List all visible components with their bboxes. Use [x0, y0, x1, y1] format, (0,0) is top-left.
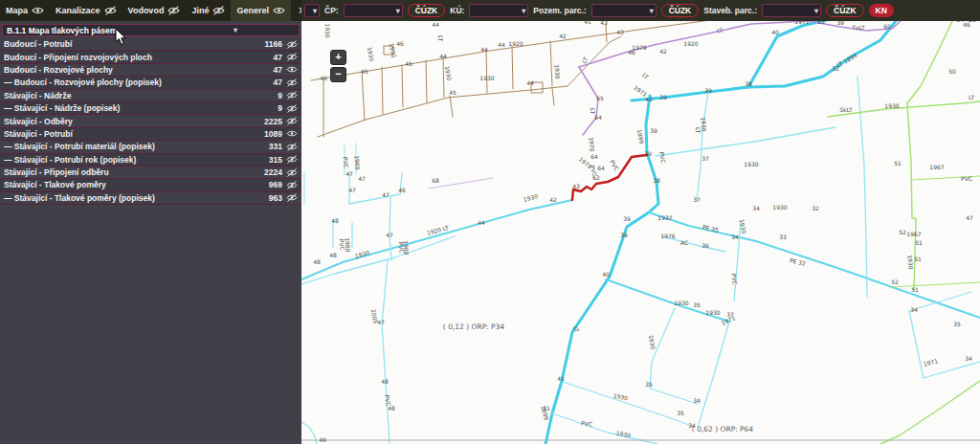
eye-slash-icon[interactable]	[286, 40, 298, 49]
map-label: 1930	[324, 23, 331, 37]
cp-select[interactable]: ▾	[344, 4, 403, 17]
eye-icon[interactable]	[273, 6, 285, 15]
eye-slash-icon[interactable]	[167, 6, 180, 15]
tab-mapa[interactable]: Mapa	[0, 0, 50, 21]
layer-row[interactable]: Budoucí - Potrubí1166	[0, 38, 301, 51]
map-line-brown	[402, 65, 403, 107]
layer-count: 47	[274, 78, 286, 87]
map-line-cyanL	[698, 322, 729, 427]
layer-row[interactable]: Stávající - Potrubí1089	[0, 128, 301, 141]
map-label: 35	[677, 410, 684, 416]
map-line-purple	[579, 67, 598, 135]
map-label: 46	[628, 49, 635, 56]
eye-slash-icon[interactable]	[212, 6, 225, 15]
eye-slash-icon[interactable]	[286, 181, 298, 189]
eye-icon[interactable]	[32, 6, 44, 15]
chevron-down-icon: ▾	[814, 7, 818, 15]
map-label: 1930	[367, 46, 376, 61]
eye-slash-icon[interactable]	[286, 91, 298, 100]
eye-slash-icon[interactable]	[286, 104, 298, 113]
tab-jiné[interactable]: Jiné	[186, 0, 231, 21]
eye-slash-icon[interactable]	[286, 168, 298, 177]
layer-row[interactable]: — Stávající - Potrubí rok (popisek)315	[0, 154, 301, 166]
map-label: PVC	[581, 420, 592, 428]
tab-vodovod[interactable]: Vodovod	[122, 0, 187, 21]
map-label: 51	[911, 286, 919, 293]
eye-slash-icon[interactable]	[286, 117, 298, 125]
map-label: 1930	[648, 334, 657, 349]
map-label: 1920 LT	[426, 224, 450, 236]
map-label: 42	[659, 48, 667, 55]
map-label: 1930	[444, 65, 454, 80]
map-label: 39	[659, 94, 667, 100]
map-label: 37	[702, 155, 709, 162]
layer-row[interactable]: Stávající - Tlakové poměry969	[0, 179, 301, 191]
eye-slash-icon[interactable]	[104, 6, 117, 15]
map-label: 41	[557, 375, 565, 382]
map-line-brown	[311, 15, 744, 80]
map-line-cyanL	[909, 311, 924, 378]
tab-label: Jiné	[191, 6, 209, 15]
eye-slash-icon[interactable]	[286, 193, 298, 202]
tab-generel[interactable]: Generel	[231, 0, 291, 21]
eye-icon[interactable]	[286, 65, 298, 74]
cuzk-button-1[interactable]: ČÚZK	[408, 4, 446, 17]
map-label: 1930	[744, 161, 758, 167]
map-label: 1930	[884, 102, 899, 109]
layer-row[interactable]: — Stávající - Potrubí materiál (popisek)…	[0, 141, 301, 153]
kn-button[interactable]: KN	[869, 4, 894, 17]
chevron-down-icon: ▾	[234, 26, 237, 34]
map-label: 1930	[553, 64, 561, 79]
tab-label: Vodovod	[128, 6, 165, 15]
eye-slash-icon[interactable]	[286, 53, 298, 61]
zoom-out-button[interactable]: −	[330, 67, 346, 82]
eye-icon[interactable]	[286, 129, 298, 138]
layer-row[interactable]: — Stávající - Tlakové poměry (popisek)96…	[0, 192, 301, 205]
map-label: 42	[559, 33, 567, 39]
staveb-parc-select[interactable]: ▾	[762, 4, 821, 17]
layer-row[interactable]: — Stávající - Nádrže (popisek)9	[0, 102, 301, 115]
map-line-brown	[362, 71, 365, 121]
eye-slash-icon[interactable]	[286, 143, 298, 151]
map-label: 47	[377, 319, 385, 325]
map-line-green	[907, 17, 954, 103]
cuzk-button-3[interactable]: ČÚZK	[826, 4, 864, 17]
map-label: 39	[704, 87, 712, 94]
map-canvas[interactable]: 1930464519301930464544193044441920424519…	[301, 0, 980, 444]
edge-select[interactable]: ▾	[304, 4, 320, 17]
layer-row[interactable]: Stávající - Nádrže9	[0, 90, 301, 102]
zoom-in-button[interactable]: +	[330, 50, 346, 65]
staveb-parc-select-label: Staveb. parc.:	[703, 6, 757, 15]
layer-row[interactable]: Budoucí - Připojení rozvojových ploch47	[0, 51, 301, 63]
map-line-cyanL	[301, 422, 317, 444]
chevron-down-icon: ▾	[522, 7, 525, 15]
map-label: 44	[480, 46, 488, 53]
map-line-brown	[382, 67, 383, 114]
map-label: 47	[358, 175, 366, 182]
map-line-cyanL	[552, 413, 657, 444]
eye-slash-icon[interactable]	[286, 155, 298, 164]
map-label: LT	[437, 35, 444, 42]
map-label: 1967	[906, 231, 921, 237]
map-label: 44	[439, 53, 447, 59]
tab-label: Mapa	[6, 6, 28, 15]
preset-dropdown[interactable]: B.1.1 Mapa tlakových pásem ▾	[2, 24, 300, 36]
cuzk-button-2[interactable]: ČÚZK	[661, 4, 700, 17]
map-label: LT	[695, 127, 702, 134]
map-label: 68	[432, 177, 439, 184]
map-label: 1930	[354, 249, 370, 259]
layer-row[interactable]: Stávající - Odběry2225	[0, 115, 301, 127]
eye-slash-icon[interactable]	[286, 78, 298, 87]
ku-select[interactable]: ▾	[469, 4, 528, 17]
layer-row[interactable]: — Budoucí - Rozvojové plochy (popisek)47	[0, 77, 301, 89]
layer-row[interactable]: Stávající - Připojení odběru2224	[0, 166, 301, 179]
map-label: 34	[910, 306, 918, 313]
ku-select-label: KÚ:	[450, 6, 464, 15]
map-label: PE 35	[702, 223, 720, 233]
map-label: LT	[969, 94, 975, 100]
map-label: PVC	[609, 159, 620, 172]
tab-kanalizace[interactable]: Kanalizace	[50, 0, 122, 21]
pozem-parc-select[interactable]: ▾	[591, 4, 657, 17]
layer-row[interactable]: Budoucí - Rozvojové plochy47	[0, 64, 301, 77]
map-label: 38	[653, 177, 660, 184]
